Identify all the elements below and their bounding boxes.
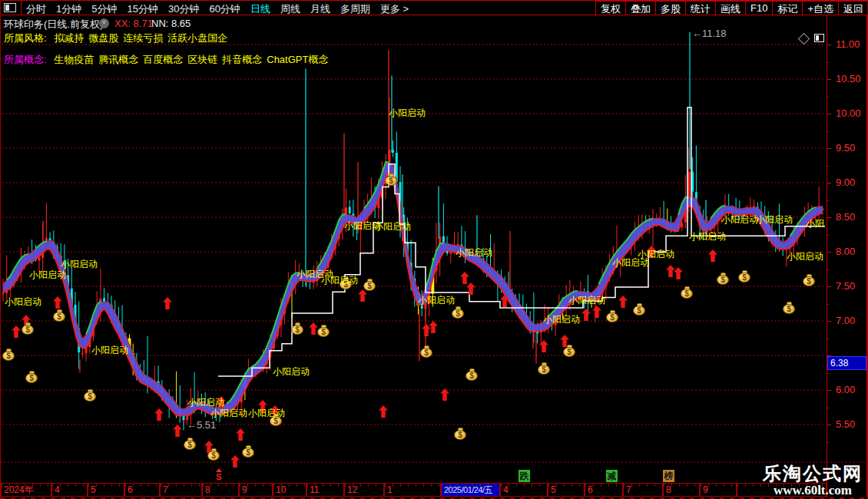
price-axis-tick	[827, 252, 831, 253]
style-row: 所属风格: 拟减持微盘股连续亏损活跃小盘国企	[4, 31, 227, 45]
toolbar-button[interactable]: 叠加	[625, 1, 656, 15]
watermark-site-name: 乐淘公式网	[763, 464, 863, 484]
date-axis: 2024年45678910111212025/01/24/五456789	[1, 483, 868, 497]
month-cell: 2024年	[1, 483, 51, 497]
month-cell: 9	[700, 483, 737, 497]
stock-title: 环球印务(日线.前复权)	[4, 18, 103, 31]
month-cell: 9	[239, 483, 273, 497]
price-axis-label: 9.00	[836, 177, 855, 188]
title-row: 环球印务(日线.前复权) ˅ XX: 8.71 NN: 8.65	[1, 15, 868, 31]
period-toolbar: 分时1分钟5分钟15分钟30分钟60分钟日线周线月线多周期更多 > 复权叠加多股…	[1, 0, 868, 15]
month-cell: 8	[202, 483, 239, 497]
watermark-url: www.60lt.com	[763, 484, 863, 497]
toolbar-button[interactable]: 返回	[838, 1, 868, 15]
trading-app-window: 分时1分钟5分钟15分钟30分钟60分钟日线周线月线多周期更多 > 复权叠加多股…	[0, 0, 868, 499]
concept-tag[interactable]: 腾讯概念	[98, 54, 138, 65]
watermark: 乐淘公式网 www.60lt.com	[763, 464, 863, 497]
toolbar-button[interactable]: 标记	[772, 1, 803, 15]
month-cell: 7	[160, 483, 202, 497]
style-tag[interactable]: 连续亏损	[123, 32, 163, 44]
period-tab[interactable]: 日线	[250, 2, 270, 16]
period-tab[interactable]: 60分钟	[209, 2, 240, 16]
price-axis-tick	[827, 79, 831, 80]
price-axis-label: 10.50	[836, 73, 861, 84]
window-panel-icon[interactable]	[4, 3, 16, 12]
period-tab[interactable]: 多周期	[340, 2, 370, 16]
price-axis-tick	[827, 286, 831, 287]
style-tag[interactable]: 微盘股	[88, 32, 118, 44]
toolbar-button[interactable]: 统计	[685, 1, 716, 15]
period-tab[interactable]: 月线	[310, 2, 330, 16]
toolbar-button[interactable]: 多股	[655, 1, 686, 15]
price-axis-tick	[827, 339, 830, 339]
period-tab[interactable]: 30分钟	[168, 2, 199, 16]
concept-tag[interactable]: 百度概念	[143, 54, 183, 65]
price-axis-tick	[827, 183, 831, 183]
style-tag[interactable]: 拟减持	[54, 32, 84, 44]
price-axis-tick	[827, 235, 830, 236]
month-cell: 1	[384, 483, 441, 497]
month-cell: 11	[306, 483, 344, 497]
price-axis-tick	[827, 373, 830, 374]
month-cell: 6	[585, 483, 623, 497]
toolbar-right-buttons: 复权叠加多股统计画线F10标记+自选返回	[596, 1, 868, 15]
price-axis-tick	[827, 166, 830, 167]
concept-tag[interactable]: 抖音概念	[222, 54, 262, 65]
style-tag[interactable]: 活跃小盘国企	[167, 32, 227, 44]
concept-tag[interactable]: 生物疫苗	[54, 54, 94, 65]
period-tab[interactable]: 1分钟	[56, 2, 81, 16]
month-cell: 7	[623, 483, 663, 497]
period-tab[interactable]: 周线	[280, 2, 300, 16]
period-tab[interactable]: 15分钟	[127, 2, 157, 16]
price-axis-tick	[827, 217, 831, 218]
period-tab[interactable]: 分时	[26, 2, 46, 16]
price-axis: 11.0010.5010.009.509.008.508.007.507.006…	[827, 15, 867, 497]
price-axis-tick	[827, 131, 830, 132]
toolbar-button[interactable]: +自选	[802, 1, 839, 15]
indicator-xx-value: XX: 8.71	[114, 18, 153, 29]
price-axis-label: 11.00	[836, 38, 860, 50]
price-axis-tick	[827, 114, 831, 114]
month-cell: 5	[88, 483, 124, 497]
style-row-label: 所属风格:	[4, 32, 47, 44]
concept-tag[interactable]: ChatGPT概念	[267, 54, 328, 65]
toolbar-button[interactable]: 画线	[715, 1, 746, 15]
price-axis-tick	[827, 97, 830, 97]
month-cell: 8	[663, 483, 700, 497]
month-cell: 10	[273, 483, 306, 497]
price-axis-tick	[827, 148, 831, 149]
period-tab[interactable]: 更多 >	[380, 2, 409, 16]
concept-row-label: 所属概念:	[4, 54, 47, 65]
month-cell: 6	[124, 483, 160, 497]
candlestick-chart[interactable]	[1, 0, 868, 499]
price-axis-tick	[827, 45, 831, 45]
concept-row: 所属概念: 生物疫苗腾讯概念百度概念区块链抖音概念ChatGPT概念	[4, 53, 328, 67]
price-axis-label: 8.00	[836, 246, 855, 257]
price-axis-label: 7.50	[836, 280, 855, 292]
split-panel-icon[interactable]	[814, 34, 824, 42]
price-axis-tick	[827, 62, 830, 63]
price-axis-label: 10.00	[836, 107, 861, 119]
month-cell: 12	[344, 483, 384, 497]
current-price-marker: 6.38	[827, 356, 866, 370]
price-axis-tick	[827, 200, 830, 201]
chevron-down-icon[interactable]: ˅	[99, 18, 109, 28]
price-axis-label: 6.00	[836, 384, 855, 395]
toolbar-button[interactable]: F10	[745, 1, 773, 15]
price-axis-label: 5.50	[836, 418, 855, 430]
month-cell: 5	[548, 483, 585, 497]
period-tab[interactable]: 5分钟	[91, 2, 117, 16]
price-axis-tick	[827, 390, 831, 391]
price-axis-tick	[827, 442, 830, 443]
month-cell: 4	[500, 483, 548, 497]
price-axis-label: 8.50	[836, 211, 855, 223]
price-axis-label: 7.00	[836, 315, 855, 326]
toolbar-divider	[21, 1, 22, 15]
concept-tag[interactable]: 区块链	[187, 54, 217, 65]
indicator-nn-value: NN: 8.65	[151, 18, 190, 29]
month-cell: 4	[51, 483, 88, 497]
price-axis-tick	[827, 321, 831, 322]
price-axis-tick	[827, 304, 830, 305]
toolbar-button[interactable]: 复权	[595, 1, 626, 15]
selected-date-cell: 2025/01/24/五	[441, 483, 500, 497]
